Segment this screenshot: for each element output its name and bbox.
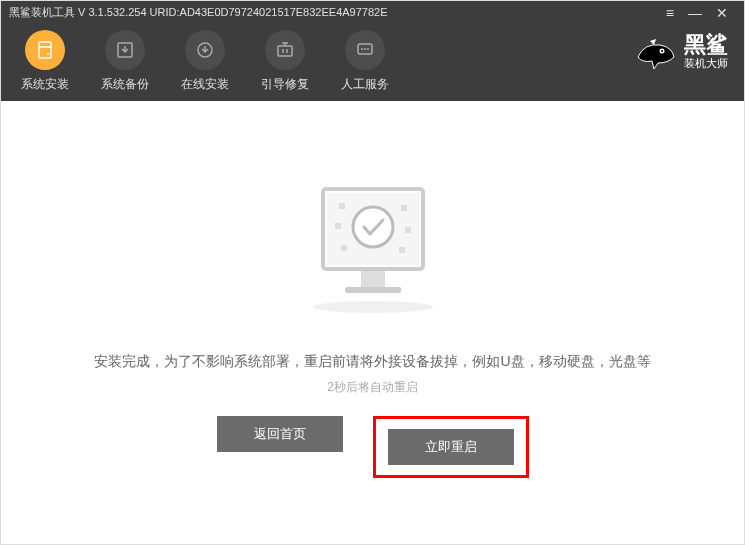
svg-rect-14 [361,271,385,287]
svg-rect-20 [401,205,407,211]
countdown-message: 2秒后将自动重启 [327,379,418,396]
brand-text: 黑鲨 装机大师 [684,34,728,71]
svg-rect-22 [399,247,405,253]
shark-logo-icon [630,29,678,77]
header: 黑鲨装机工具 V 3.1.532.254 URID:AD43E0D7972402… [1,1,744,101]
install-icon [25,30,65,70]
svg-point-6 [361,48,363,50]
svg-rect-19 [341,245,347,251]
nav-label: 引导修复 [261,76,309,93]
back-home-button[interactable]: 返回首页 [217,416,343,452]
svg-point-8 [367,48,369,50]
svg-rect-0 [39,42,51,58]
restart-now-button[interactable]: 立即重启 [388,429,514,465]
svg-point-7 [364,48,366,50]
minimize-button[interactable]: — [688,6,702,20]
nav-label: 系统安装 [21,76,69,93]
svg-point-10 [661,50,663,52]
brand-logo-area: 黑鲨 装机大师 [630,29,728,77]
support-icon [345,30,385,70]
completion-message: 安装完成，为了不影响系统部署，重启前请将外接设备拔掉，例如U盘，移动硬盘，光盘等 [94,353,650,371]
boot-repair-icon [265,30,305,70]
nav-label: 在线安装 [181,76,229,93]
menu-button[interactable]: ≡ [666,6,674,20]
svg-rect-15 [345,287,401,293]
backup-icon [105,30,145,70]
nav-label: 系统备份 [101,76,149,93]
svg-point-1 [47,53,49,55]
nav-item-system-backup[interactable]: 系统备份 [101,30,149,93]
button-row: 返回首页 立即重启 [217,416,529,478]
nav-item-boot-repair[interactable]: 引导修复 [261,30,309,93]
monitor-success-icon [293,179,453,319]
titlebar-text: 黑鲨装机工具 V 3.1.532.254 URID:AD43E0D7972402… [9,5,666,20]
nav-item-support[interactable]: 人工服务 [341,30,389,93]
svg-rect-21 [405,227,411,233]
close-button[interactable]: ✕ [716,6,728,20]
svg-point-11 [313,301,433,313]
nav-label: 人工服务 [341,76,389,93]
app-window: 黑鲨装机工具 V 3.1.532.254 URID:AD43E0D7972402… [0,0,745,545]
brand-sub: 装机大师 [684,56,728,71]
highlight-box: 立即重启 [373,416,529,478]
nav-item-system-install[interactable]: 系统安装 [21,30,69,93]
content-area: 安装完成，为了不影响系统部署，重启前请将外接设备拔掉，例如U盘，移动硬盘，光盘等… [1,101,744,545]
online-install-icon [185,30,225,70]
titlebar: 黑鲨装机工具 V 3.1.532.254 URID:AD43E0D7972402… [1,1,744,24]
nav-item-online-install[interactable]: 在线安装 [181,30,229,93]
brand-main: 黑鲨 [684,34,728,56]
svg-rect-4 [278,46,292,56]
window-controls: ≡ — ✕ [666,6,736,20]
svg-rect-17 [339,203,345,209]
svg-rect-18 [335,223,341,229]
svg-point-16 [353,207,393,247]
